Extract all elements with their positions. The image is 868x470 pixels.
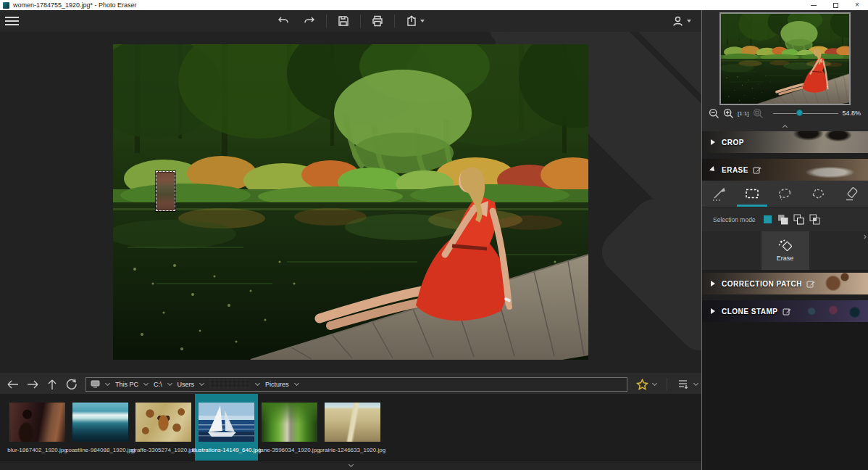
tool-polygon-select[interactable] <box>801 181 835 207</box>
chevron-up-icon <box>783 125 788 130</box>
account-dropdown-icon[interactable] <box>687 20 691 22</box>
chevron-down-icon[interactable] <box>199 381 204 386</box>
titlebar: women-1784755_1920.jpg* - Photo Eraser × <box>0 0 868 10</box>
main-toolbar <box>0 10 701 32</box>
filmstrip-item[interactable]: coastline-984088_1920.jpg <box>69 394 132 461</box>
maximize-icon <box>833 3 838 8</box>
minimize-icon <box>811 5 817 6</box>
expand-arrow-icon <box>711 281 715 286</box>
filmstrip-collapse-bar[interactable] <box>0 461 701 470</box>
filmstrip-item[interactable]: giraffe-3305274_1920.jpg <box>132 394 195 461</box>
tool-rectangle-select[interactable] <box>735 181 769 207</box>
chevron-down-icon[interactable] <box>143 381 149 386</box>
panel-header-clone-stamp[interactable]: CLONE STAMP <box>702 300 868 322</box>
expand-arrow-icon <box>711 308 715 314</box>
address-bar[interactable]: This PC C:\ Users Pictures <box>85 377 627 392</box>
zoom-value: 54.8% <box>842 110 861 117</box>
save-button[interactable] <box>334 13 353 29</box>
file-thumbnail <box>135 403 191 442</box>
tool-brush-select[interactable] <box>702 181 735 207</box>
forward-button[interactable] <box>22 379 42 389</box>
chevron-down-icon <box>348 462 353 467</box>
panel-header-correction-patch[interactable]: CORRECTION PATCH <box>702 273 868 294</box>
print-button[interactable] <box>368 13 387 29</box>
breadcrumb-drive-c[interactable]: C:\ <box>154 381 162 388</box>
undo-button[interactable] <box>274 13 293 29</box>
collapse-preview-button[interactable] <box>702 121 868 131</box>
erase-button[interactable]: Erase <box>761 231 809 270</box>
redo-button[interactable] <box>300 13 319 29</box>
file-thumbnail <box>325 403 380 442</box>
filmstrip-item[interactable]: blur-1867402_1920.jpg <box>6 394 69 461</box>
editing-canvas[interactable] <box>0 32 701 374</box>
actual-size-button[interactable]: [1:1] <box>738 110 749 117</box>
account-button[interactable] <box>672 15 691 28</box>
selection-mode-add[interactable] <box>777 214 788 225</box>
close-icon: × <box>855 1 859 9</box>
file-name: giraffe-3305274_1920.jpg <box>130 447 196 453</box>
file-thumbnail <box>72 403 128 442</box>
chevron-down-icon[interactable] <box>294 381 299 386</box>
selection-mode-intersect[interactable] <box>809 214 820 225</box>
erase-button-label: Erase <box>777 255 794 262</box>
breadcrumb-this-pc[interactable]: This PC <box>115 381 138 388</box>
minimize-button[interactable] <box>803 0 825 10</box>
breadcrumb-users[interactable]: Users <box>178 381 195 388</box>
file-thumbnail <box>199 403 254 442</box>
tool-lasso-select[interactable] <box>769 181 802 207</box>
up-button[interactable] <box>42 379 62 390</box>
navigator-preview[interactable] <box>719 12 851 105</box>
breadcrumb-pictures[interactable]: Pictures <box>265 381 289 388</box>
file-name: illustrations-14149_640.jpg <box>192 447 262 453</box>
share-icon <box>405 15 418 28</box>
selection-mode-new[interactable] <box>763 215 772 224</box>
maximize-button[interactable] <box>825 0 846 10</box>
photo-eraser-window: women-1784755_1920.jpg* - Photo Eraser × <box>0 0 868 470</box>
selection-mode-subtract[interactable] <box>793 214 804 225</box>
print-icon <box>371 15 384 28</box>
file-navigation-bar: This PC C:\ Users Pictures <box>0 374 701 394</box>
zoom-slider[interactable] <box>773 110 839 117</box>
file-name: blur-1867402_1920.jpg <box>7 447 67 453</box>
panel-header-crop[interactable]: CROP <box>702 131 868 153</box>
panel-label: CORRECTION PATCH <box>722 280 802 288</box>
edit-badge-icon <box>783 307 791 316</box>
close-button[interactable]: × <box>846 0 868 10</box>
refresh-button[interactable] <box>62 378 81 390</box>
panel-header-erase[interactable]: ERASE <box>702 159 868 181</box>
undo-icon <box>277 15 290 28</box>
favorites-dropdown-icon[interactable] <box>652 381 657 386</box>
share-dropdown-icon[interactable] <box>420 20 425 22</box>
menu-button[interactable] <box>0 10 25 32</box>
back-button[interactable] <box>3 379 22 389</box>
zoom-slider-handle[interactable] <box>796 110 803 116</box>
file-thumbnail <box>262 403 317 442</box>
filmstrip-item[interactable]: prairie-1246633_1920.jpg <box>321 394 384 461</box>
chevron-down-icon[interactable] <box>105 381 110 386</box>
selection-mode-label: Selection mode <box>713 216 756 223</box>
photo-image[interactable] <box>113 44 588 360</box>
user-icon <box>672 15 684 28</box>
zoom-out-button[interactable] <box>709 108 719 119</box>
panel-label: CLONE STAMP <box>722 308 778 316</box>
panel-expander-chevron[interactable]: › <box>864 231 867 242</box>
computer-icon <box>91 380 100 388</box>
favorites-star-icon[interactable] <box>636 379 648 390</box>
fit-screen-button[interactable] <box>753 108 764 119</box>
selection-marquee[interactable] <box>156 171 175 211</box>
zoom-in-button[interactable] <box>723 108 734 119</box>
share-button[interactable] <box>402 13 427 29</box>
chevron-down-icon[interactable] <box>167 381 172 386</box>
filmstrip-item-selected[interactable]: illustrations-14149_640.jpg <box>195 394 258 461</box>
panel-label: CROP <box>722 139 744 147</box>
redo-icon <box>303 15 316 28</box>
erase-tool-row <box>702 181 868 207</box>
breadcrumb-username-redacted[interactable] <box>209 380 250 388</box>
chevron-down-icon[interactable] <box>255 381 260 386</box>
view-options-icon[interactable] <box>677 379 690 389</box>
tool-eraser[interactable] <box>835 181 868 207</box>
view-dropdown-icon[interactable] <box>693 381 698 386</box>
window-title: women-1784755_1920.jpg* - Photo Eraser <box>13 0 137 10</box>
hamburger-icon <box>5 17 19 18</box>
filmstrip-item[interactable]: lane-3596034_1920.jpg <box>258 394 321 461</box>
